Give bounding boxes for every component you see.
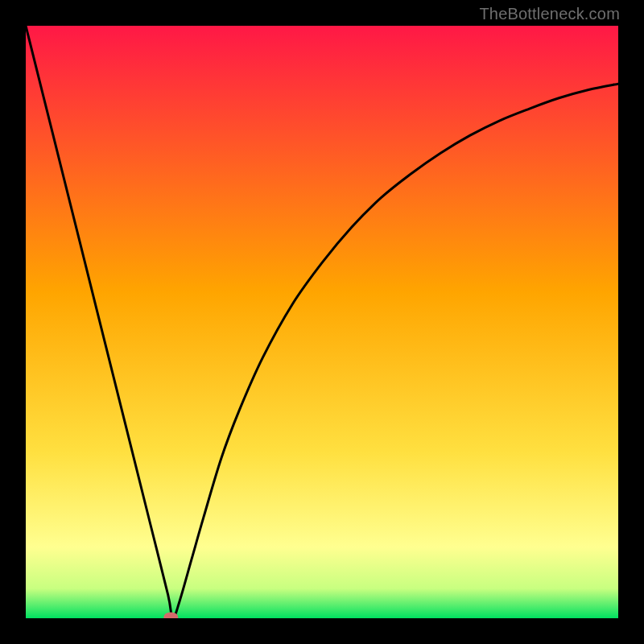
credit-text: TheBottleneck.com: [479, 5, 620, 23]
chart-background: [26, 26, 618, 618]
chart-frame: [26, 26, 618, 618]
bottleneck-chart: [26, 26, 618, 618]
